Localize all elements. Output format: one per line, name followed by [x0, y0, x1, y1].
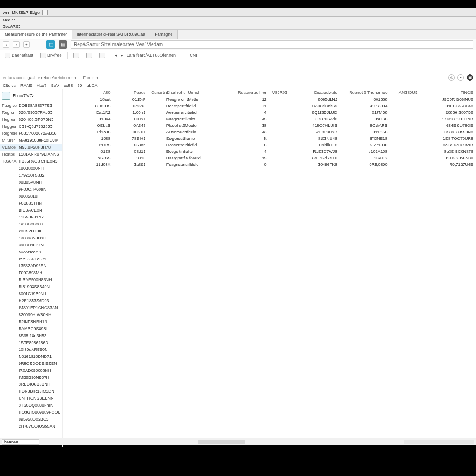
sidebar-item[interactable]: 08B85A8NH [0, 179, 62, 186]
sidebar-item[interactable]: 179210T5832 [0, 172, 62, 179]
col-7[interactable]: Reanot 3 Thener rec [340, 89, 390, 96]
sidebar-item[interactable]: FaegiseDOB58A8837TS3 [0, 102, 62, 109]
sidebar-item[interactable]: 9F00C.IP60aN [0, 186, 62, 193]
sidebar-item[interactable]: 820099H.W80NH [0, 311, 62, 318]
col-8[interactable]: AM389US [390, 89, 421, 96]
col-5[interactable]: V89R03 [269, 89, 289, 96]
filter-4[interactable]: us58 [64, 83, 73, 88]
table-row[interactable]: 11d08X3a891Feagnearrsifldele0304tl6TK80R… [63, 161, 476, 168]
refresh-button[interactable]: Daenethast [3, 52, 35, 59]
sidebar-item[interactable]: 10I89dAR5B0N [0, 346, 62, 353]
maximize-icon[interactable]: — [465, 30, 476, 39]
tool-c-button[interactable] [98, 52, 107, 59]
sidebar-item[interactable]: F0B883THN [0, 200, 62, 207]
sidebar-item[interactable]: VEaroeM95.8P58R3H78 [0, 144, 62, 151]
table-row[interactable]: 18aet0115rFReagre cn tMetle128085dLNJ001… [63, 96, 476, 103]
collapse-icon[interactable]: — [441, 75, 445, 80]
col-4[interactable]: Rdsancrae firor [224, 89, 270, 96]
sidebar-item[interactable]: 180B8000NH [0, 165, 62, 172]
filter-6[interactable]: abGA [87, 83, 98, 88]
sidebar-item[interactable]: UNTHONSBEENN [0, 395, 62, 402]
sidebar-item[interactable]: 1STE8086186D [0, 339, 62, 346]
table-row[interactable]: 01S808d11Ecege tiritiefte4R1S3C7WJ8b101A… [63, 148, 476, 155]
filter-0[interactable]: Cfteles [3, 83, 16, 88]
sidebar-item[interactable]: 28D920O08 [0, 228, 62, 235]
titlebar-box-icon[interactable] [42, 10, 48, 15]
app-book-icon[interactable]: ▤ [59, 40, 67, 49]
sidebar-header[interactable]: R rau7A/Gr [0, 89, 62, 102]
sidebar-item[interactable]: 3908D10B1N [0, 242, 62, 249]
sidebar-item[interactable]: 895958O02BC3 [0, 416, 62, 423]
sidebar-item[interactable]: 138393N30NH [0, 235, 62, 242]
sidebar-item[interactable]: 11R93P81N7 [0, 214, 62, 221]
sidebar-item[interactable]: 9R5OSDODEIESEN [0, 360, 62, 367]
tool-a-button[interactable] [72, 52, 81, 59]
filter-5[interactable]: 39 [78, 83, 82, 88]
tab-1[interactable]: Intermediatief dFreel SAI BR8898.aa [72, 30, 150, 39]
settings-icon[interactable]: ✲ [448, 74, 455, 81]
sidebar-item[interactable]: T0664A6HB85R6C8 CHE0N3 [0, 158, 62, 165]
table-row[interactable]: 1tGR5658anDascertretrltiefld80oldll8IL85… [63, 142, 476, 148]
sidebar-item[interactable]: 1930B0B008 [0, 221, 62, 228]
minimize-icon[interactable]: _ [454, 30, 465, 39]
table-row[interactable]: 1d1a88005.01ABcerauertfeeia4341.8P90NB01… [63, 129, 476, 135]
status-input[interactable] [2, 439, 39, 445]
tool-b-button[interactable] [85, 52, 94, 59]
filter-1[interactable]: RAAE [20, 83, 32, 88]
col-9[interactable]: FINGE [421, 89, 476, 96]
step-back-icon[interactable]: ◂ [115, 53, 117, 58]
sidebar-item[interactable]: F09C898MH [0, 270, 62, 277]
sidebar-item[interactable]: 3TS0DQ0838FnIN [0, 402, 62, 409]
sidebar-item[interactable]: BIEBACE0N [0, 207, 62, 214]
col-6[interactable]: Disaredwuts [290, 89, 340, 96]
sidebar-item[interactable]: B2INF&NBH1N [0, 318, 62, 325]
sidebar-item[interactable]: BAMBO9S898I [0, 325, 62, 332]
table-row[interactable]: SR0653818Baargrettfla fdeutd156rE 1Fd7N1… [63, 155, 476, 161]
breadcrumb[interactable]: Lara feard/ABT80Ofer.nen [127, 53, 176, 58]
col-1[interactable]: Paaes [113, 89, 148, 96]
filter-3[interactable]: BaV [51, 83, 59, 88]
table-row[interactable]: Dat1R21.06 r1Aesuerrarcitiatid48Q1ISBJLU… [63, 109, 476, 116]
sidebar-item[interactable]: B RAE500N86NH [0, 277, 62, 284]
sidebar-item[interactable]: MirurerMA8191038F10IUJ® [0, 137, 62, 144]
sidebar-item[interactable]: 8S98 18e3H53 [0, 332, 62, 339]
address-bar[interactable]: Repé/Sastur Siftelimalebatee Mea/ Viedam [71, 40, 473, 49]
col-0[interactable]: A80 [63, 89, 113, 96]
table-row[interactable]: 8.080850A8&3BaerspertrftietidT1SA08dCnh6… [63, 103, 476, 109]
sidebar-item[interactable]: BI81903S8B40N [0, 284, 62, 291]
sidebar-item[interactable]: IR0AD090008NH [0, 367, 62, 374]
sidebar-item[interactable]: N0161810DND71 [0, 353, 62, 360]
sidebar-item[interactable]: IM801EP1CNG83AN [0, 304, 62, 311]
sidebar-item[interactable]: Hegres820 408.SR07BN3 [0, 116, 62, 123]
sidebar-item[interactable]: HaggesCS9-Q8d7782853 [0, 123, 62, 130]
app-cube-icon[interactable]: ◫ [46, 40, 55, 49]
sidebar-item[interactable]: IBBOCD18OH [0, 256, 62, 263]
back-icon[interactable]: ‹ [3, 41, 9, 48]
sidebar-item[interactable]: RegreserF03C7002072/AB16 [0, 130, 62, 137]
table-row[interactable]: OSbaB0A343Plaselrut3Meate38418O7HLUIB8Gd… [63, 122, 476, 129]
tab-0[interactable]: Measuremesure de the Panfamer [0, 30, 72, 39]
tab-2[interactable]: Famagne [150, 30, 178, 39]
expand-icon[interactable]: ▣ [467, 74, 473, 81]
sidebar-item[interactable]: 8001C19B0N I [0, 291, 62, 298]
app-menu-label[interactable]: win [3, 10, 9, 15]
sidebar-item[interactable]: HO3GIO809889FOOIA [0, 409, 62, 416]
table-row[interactable]: 1088785-H1Sixgeresttliente4t8t03NU48IFON… [63, 135, 476, 142]
filter-2[interactable]: Hau7 [37, 83, 47, 88]
sidebar-item[interactable]: HostosL181ANR879EIANN6 [0, 151, 62, 158]
sidebar-item[interactable]: HDR3BIR16IO1DN [0, 388, 62, 395]
sidebar-item[interactable]: Regror528./893S7PAo53 [0, 109, 62, 116]
sidebar-item[interactable]: 3RBDIO6B8BNH [0, 381, 62, 388]
sidebar-item[interactable]: 5088H88EN [0, 249, 62, 256]
table-row[interactable]: 0134400-N1Mragererttiknits455B8706Ad80bO… [63, 116, 476, 122]
brand-button[interactable]: BrAfree [39, 52, 64, 59]
sidebar-item[interactable]: IMB8B96NB07H [0, 374, 62, 381]
extension-icon[interactable]: ✦ [23, 41, 30, 48]
step-fwd-icon[interactable]: ▸ [121, 53, 123, 58]
sidebar-item[interactable]: 08085818I [0, 193, 62, 200]
col-3[interactable]: Charhief of Urmol [164, 89, 224, 96]
forward-icon[interactable]: › [13, 41, 20, 48]
sidebar-item[interactable]: L3582AD96EN [0, 263, 62, 270]
col-2[interactable]: Osnortifd [148, 89, 164, 96]
help-icon[interactable]: • [457, 74, 464, 81]
